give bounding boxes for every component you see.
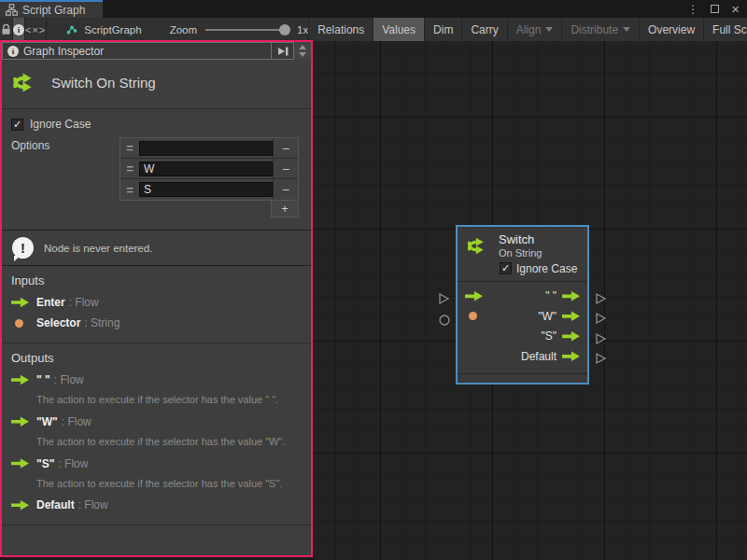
option-value-input[interactable]: [139, 182, 273, 197]
port-description: The action to execute if the selector ha…: [36, 436, 302, 449]
port-name: " ": [36, 373, 50, 386]
port-type: : Flow: [69, 296, 99, 309]
port-type: : Flow: [78, 498, 108, 511]
value-port-icon: [15, 319, 23, 328]
flow-input-connector-triangle-icon[interactable]: [437, 292, 450, 305]
inspector-fields: Ignore Case Options − −: [2, 109, 311, 217]
flow-port-icon: [11, 298, 29, 308]
port-type: : Flow: [54, 373, 84, 386]
remove-option-button[interactable]: −: [273, 138, 298, 158]
option-value-input[interactable]: [139, 161, 273, 176]
chevron-down-icon: [623, 27, 630, 32]
carry-button[interactable]: Carry: [461, 18, 506, 41]
info-icon: [7, 46, 19, 57]
info-icon: [13, 24, 24, 35]
port-name: "S": [36, 457, 54, 470]
port-description: The action to execute if the selector ha…: [36, 394, 302, 407]
flow-output-port[interactable]: [562, 351, 580, 361]
drag-handle-icon[interactable]: [120, 183, 139, 197]
align-dropdown-button[interactable]: Align: [507, 18, 562, 41]
value-input-connector-circle-icon[interactable]: [438, 314, 451, 327]
ignore-case-checkbox[interactable]: [11, 119, 23, 131]
inspector-header: Graph Inspector: [2, 42, 311, 60]
drag-handle-icon[interactable]: [120, 141, 139, 155]
window-maximize-icon[interactable]: [711, 5, 719, 13]
zoom-slider-thumb[interactable]: [279, 24, 290, 35]
values-button[interactable]: Values: [373, 18, 424, 41]
relations-button[interactable]: Relations: [308, 18, 373, 41]
option-value-input[interactable]: [139, 141, 273, 156]
zoom-slider[interactable]: [205, 29, 288, 31]
node-ignore-case-label: Ignore Case: [516, 262, 577, 275]
inspected-node-title-block: Switch On String: [2, 60, 311, 109]
code-view-button[interactable]: <×>: [25, 18, 47, 41]
remove-option-button[interactable]: −: [273, 159, 298, 178]
dim-button[interactable]: Dim: [424, 18, 461, 41]
dock-panel-button[interactable]: [272, 42, 294, 60]
drag-handle-icon[interactable]: [120, 161, 139, 175]
flow-output-connector-triangle-icon[interactable]: [594, 312, 607, 325]
node-port-row: "W": [465, 306, 580, 327]
port-type: : Flow: [62, 415, 92, 428]
port-name: Enter: [36, 296, 65, 309]
output-port-row: Default : Flow: [11, 498, 302, 511]
outputs-section: Outputs " " : Flow The action to execute…: [2, 343, 311, 525]
remove-option-button[interactable]: −: [273, 179, 298, 200]
graph-hierarchy-icon: [6, 4, 18, 16]
node-output-label: Default: [521, 350, 557, 363]
tab-label: Script Graph: [22, 4, 85, 17]
flow-input-port[interactable]: [465, 291, 483, 301]
outputs-title: Outputs: [11, 351, 302, 365]
node-output-label: "W": [538, 310, 557, 323]
port-name: Default: [36, 498, 75, 511]
window-close-icon[interactable]: ×: [731, 2, 740, 16]
graph-type-label: ScriptGraph: [84, 24, 141, 35]
overview-button[interactable]: Overview: [639, 18, 703, 41]
port-name: "W": [36, 415, 58, 428]
flow-port-icon: [11, 458, 29, 469]
output-port-row: " " : Flow: [11, 373, 302, 386]
switch-on-string-node[interactable]: Switch On String Ignore Case " ": [456, 225, 589, 385]
option-row: −: [120, 179, 298, 200]
node-header[interactable]: Switch On String Ignore Case: [458, 227, 587, 282]
flow-port-icon: [11, 375, 29, 385]
flow-output-port[interactable]: [562, 291, 580, 301]
tab-script-graph[interactable]: Script Graph: [0, 0, 103, 18]
flow-output-connector-triangle-icon[interactable]: [594, 292, 607, 305]
node-ignore-case-checkbox[interactable]: [500, 262, 512, 274]
dock-icon: [276, 46, 289, 57]
node-output-label: "S": [541, 329, 557, 343]
flow-output-port[interactable]: [562, 331, 580, 342]
window-menu-icon[interactable]: ⋮: [687, 3, 698, 16]
lock-button[interactable]: [0, 18, 13, 41]
unity-script-graph-window: Script Graph ⋮ × <×>: [0, 0, 747, 560]
flow-output-connector-triangle-icon[interactable]: [594, 332, 607, 345]
window-titlebar: Script Graph ⋮ ×: [0, 0, 747, 18]
chevron-down-icon: [545, 27, 553, 32]
flow-port-icon: [11, 416, 29, 427]
node-subtitle: On String: [499, 247, 542, 259]
graph-canvas[interactable]: Switch On String Ignore Case " ": [313, 41, 747, 560]
flow-output-port[interactable]: [562, 311, 580, 321]
flow-output-connector-triangle-icon[interactable]: [594, 352, 607, 365]
selector-value-port[interactable]: [469, 312, 477, 320]
scroll-down-icon[interactable]: [299, 52, 306, 57]
full-screen-button[interactable]: Full Screen: [703, 18, 747, 41]
distribute-dropdown-button[interactable]: Distribute: [561, 18, 639, 41]
ignore-case-label: Ignore Case: [30, 118, 91, 131]
zoom-label: Zoom: [170, 24, 197, 35]
graph-type-indicator: ScriptGraph: [65, 18, 141, 41]
node-warning: Node is never entered.: [2, 230, 311, 266]
port-name: Selector: [36, 316, 80, 329]
options-label: Options: [11, 137, 120, 217]
graph-inspector-panel: Graph Inspector Sw: [0, 40, 313, 557]
add-option-button[interactable]: +: [271, 201, 299, 217]
port-type: : String: [84, 316, 120, 329]
scroll-up-icon[interactable]: [299, 45, 306, 49]
code-icon: <×>: [25, 24, 46, 35]
switch-icon: [465, 233, 490, 259]
panel-scroll-buttons: [294, 42, 311, 60]
inspector-toggle-button[interactable]: [13, 18, 25, 41]
node-port-row: " ": [465, 287, 580, 307]
zoom-control: Zoom 1x: [170, 18, 309, 41]
